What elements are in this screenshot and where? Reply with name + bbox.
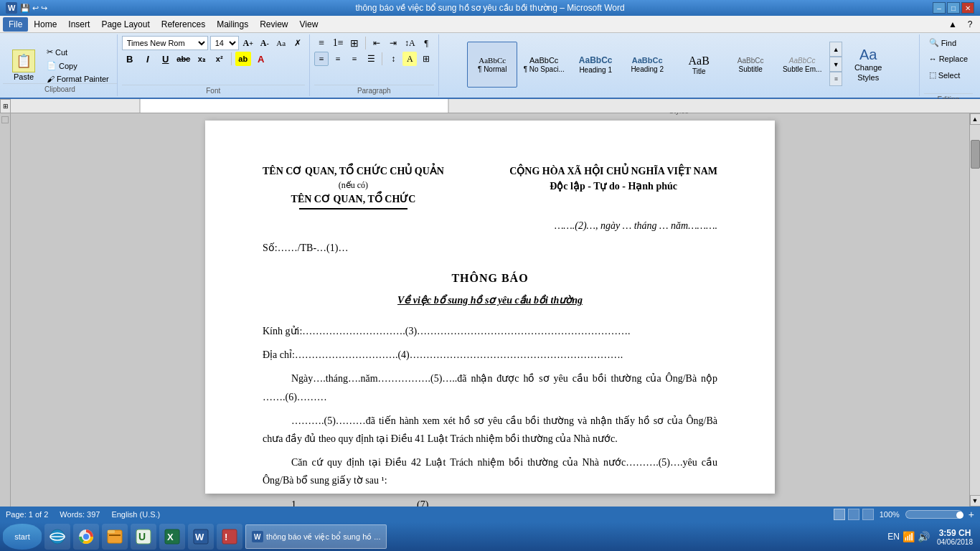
font-family-select[interactable]: Times New Rom: [122, 36, 208, 50]
taskbar-explorer[interactable]: [102, 524, 128, 550]
scroll-down-btn[interactable]: ▼: [970, 495, 981, 507]
scroll-thumb[interactable]: [971, 140, 980, 169]
language-info: English (U.S.): [111, 510, 160, 519]
font-size-select[interactable]: 14: [210, 36, 239, 50]
clear-format-btn[interactable]: ✗: [291, 36, 305, 50]
taskbar-other[interactable]: !: [217, 524, 242, 550]
find-button[interactable]: 🔍 Find: [924, 36, 973, 50]
menu-mailings[interactable]: Mailings: [211, 17, 254, 32]
print-layout-btn[interactable]: [834, 509, 845, 520]
menu-insert[interactable]: Insert: [62, 17, 95, 32]
sort-btn[interactable]: ↕A: [402, 36, 417, 50]
status-left: Page: 1 of 2 Words: 397 English (U.S.): [6, 510, 160, 519]
ruler-toggle[interactable]: ⊞: [0, 99, 11, 113]
font-group: Times New Rom 14 A+ A- Aa ✗ B I U abc x₂: [118, 34, 310, 96]
zoom-slider[interactable]: [905, 510, 963, 519]
maximize-button[interactable]: □: [947, 2, 960, 14]
numbered-list-btn[interactable]: 1≡: [331, 36, 345, 50]
zoom-in-btn[interactable]: +: [969, 509, 974, 520]
menu-references[interactable]: References: [156, 17, 211, 32]
paste-button[interactable]: 📋 Paste: [7, 47, 40, 83]
style-heading2[interactable]: AaBbCc Heading 2: [622, 42, 672, 88]
tray-clock[interactable]: 3:59 CH 04/06/2018: [933, 528, 977, 546]
menu-home[interactable]: Home: [28, 17, 62, 32]
active-window-title: thông báo về việc bổ sung hồ ...: [266, 532, 380, 542]
style-subtitle[interactable]: AaBbCc Subtitle: [725, 42, 776, 88]
minimize-button[interactable]: –: [933, 2, 946, 14]
styles-group: AaBbCc ¶ Normal AaBbCc ¶ No Spaci... AaB…: [439, 34, 920, 96]
svg-text:!: !: [225, 532, 227, 542]
underline-btn[interactable]: U: [158, 52, 174, 66]
ribbon: 📋 Paste ✂ Cut 📄 Copy 🖌 Format Painter: [0, 33, 980, 99]
font-grow-btn[interactable]: A+: [241, 36, 255, 50]
line-spacing-btn[interactable]: ↕: [386, 52, 400, 66]
body-line-1: Kính gửi:………………………….(3)………………………………………………: [263, 322, 717, 340]
body-line-3: Ngày….tháng….năm…………….(5)…..đã nhận được…: [263, 369, 717, 405]
highlight-btn[interactable]: ab: [235, 52, 251, 66]
start-button[interactable]: start: [3, 524, 42, 550]
change-case-btn[interactable]: Aa: [274, 36, 288, 50]
menu-view[interactable]: View: [294, 17, 324, 32]
border-btn[interactable]: ⊞: [419, 52, 433, 66]
full-reading-btn[interactable]: [848, 509, 859, 520]
document-area[interactable]: TÊN CƠ QUAN, TỔ CHỨC CHỦ QUẢN (nếu có) T…: [11, 113, 969, 507]
multilevel-list-btn[interactable]: ⊞: [347, 36, 362, 50]
cut-button[interactable]: ✂ Cut: [43, 46, 113, 58]
taskbar-excel[interactable]: X: [159, 524, 185, 550]
horizontal-ruler: [11, 99, 980, 113]
tray-network[interactable]: 📶: [903, 531, 915, 542]
view-selector[interactable]: [1, 116, 9, 123]
clock-date: 04/06/2018: [937, 538, 973, 546]
superscript-btn[interactable]: x²: [212, 52, 227, 66]
copy-button[interactable]: 📄 Copy: [43, 60, 113, 72]
styles-scroll-up[interactable]: ▲: [829, 42, 842, 57]
taskbar-chrome[interactable]: [73, 524, 99, 550]
style-heading1[interactable]: AaBbCc Heading 1: [570, 42, 621, 88]
ribbon-collapse-btn[interactable]: ▲: [946, 17, 960, 32]
style-subtleem[interactable]: AaBbCc Subtle Em...: [777, 42, 827, 88]
status-right: 100% +: [834, 509, 974, 520]
align-center-btn[interactable]: ≡: [331, 52, 345, 66]
menu-file[interactable]: File: [3, 17, 28, 32]
help-btn[interactable]: ?: [963, 17, 977, 32]
font-shrink-btn[interactable]: A-: [258, 36, 272, 50]
select-button[interactable]: ⬚ Select: [924, 68, 973, 82]
italic-btn[interactable]: I: [140, 52, 156, 66]
web-layout-btn[interactable]: [862, 509, 874, 520]
justify-btn[interactable]: ☰: [364, 52, 378, 66]
styles-scroll-more[interactable]: ≡: [829, 72, 842, 86]
increase-indent-btn[interactable]: ⇥: [386, 36, 400, 50]
style-nospacing[interactable]: AaBbCc ¶ No Spaci...: [519, 42, 569, 88]
divider: [365, 37, 366, 50]
republic-title: CỘNG HÒA XÃ HỘI CHỦ NGHĨA VIỆT NAM: [509, 164, 717, 179]
status-bar: Page: 1 of 2 Words: 397 English (U.S.) 1…: [0, 507, 980, 522]
shading-btn[interactable]: A: [402, 52, 417, 66]
close-button[interactable]: ✕: [961, 2, 974, 14]
bullet-list-btn[interactable]: ≡: [314, 36, 329, 50]
taskbar-ie[interactable]: [44, 524, 70, 550]
main-area: TÊN CƠ QUAN, TỔ CHỨC CHỦ QUẢN (nếu có) T…: [0, 113, 980, 507]
styles-scroll-down[interactable]: ▼: [829, 57, 842, 72]
bold-btn[interactable]: B: [122, 52, 138, 66]
show-marks-btn[interactable]: ¶: [419, 36, 433, 50]
style-title[interactable]: AaB Title: [674, 42, 724, 88]
active-window[interactable]: W thông báo về việc bổ sung hồ ...: [245, 524, 387, 549]
align-left-btn[interactable]: ≡: [314, 52, 329, 66]
subscript-btn[interactable]: x₂: [194, 52, 209, 66]
tray-volume[interactable]: 🔊: [918, 531, 930, 542]
strikethrough-btn[interactable]: abc: [176, 52, 192, 66]
menu-review[interactable]: Review: [254, 17, 293, 32]
ruler-area: ⊞: [0, 99, 980, 113]
text-color-btn[interactable]: A: [253, 52, 269, 66]
align-right-btn[interactable]: ≡: [347, 52, 362, 66]
style-normal[interactable]: AaBbCc ¶ Normal: [467, 42, 517, 88]
taskbar-word[interactable]: W: [188, 524, 214, 550]
decrease-indent-btn[interactable]: ⇤: [369, 36, 384, 50]
scroll-up-btn[interactable]: ▲: [970, 113, 981, 125]
taskbar-unikey[interactable]: U: [131, 524, 156, 550]
change-styles-button[interactable]: Aa Change Styles: [845, 44, 891, 85]
replace-button[interactable]: ↔ Replace: [924, 52, 973, 65]
menu-page-layout[interactable]: Page Layout: [95, 17, 155, 32]
scroll-track[interactable]: [970, 125, 981, 495]
font-row-1: Times New Rom 14 A+ A- Aa ✗: [122, 36, 305, 50]
